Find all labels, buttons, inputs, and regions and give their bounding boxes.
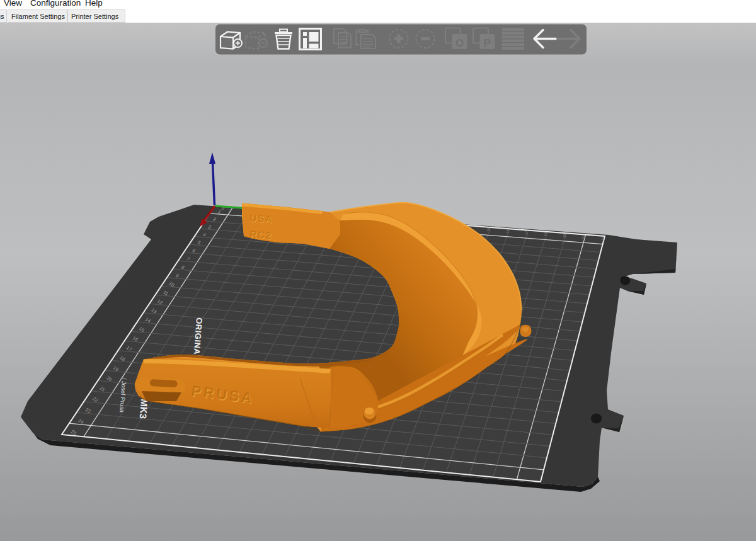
svg-text:16: 16 (505, 229, 509, 234)
svg-text:19: 19 (563, 234, 566, 238)
svg-text:RC2: RC2 (249, 229, 273, 241)
svg-text:21: 21 (601, 237, 605, 241)
svg-text:P: P (484, 37, 491, 49)
svg-text:20: 20 (581, 236, 585, 240)
svg-text:1: 1 (228, 208, 232, 211)
svg-text:USA: USA (249, 212, 273, 225)
svg-text:O: O (455, 37, 464, 49)
svg-text:17: 17 (524, 231, 528, 236)
svg-text:18: 18 (543, 232, 547, 237)
svg-text:15: 15 (486, 228, 490, 232)
svg-text:MK3: MK3 (138, 399, 150, 419)
